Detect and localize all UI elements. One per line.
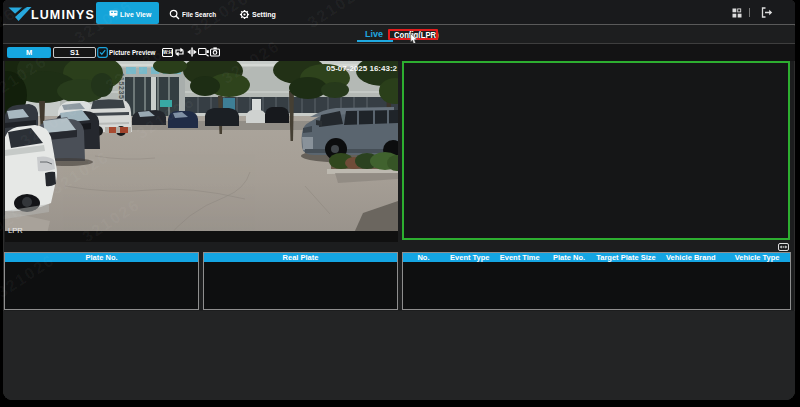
svg-text:W:H: W:H	[163, 50, 173, 55]
svg-text:05-07-2025 16:43:2: 05-07-2025 16:43:2	[326, 64, 397, 73]
svg-text:LPR: LPR	[8, 226, 23, 235]
